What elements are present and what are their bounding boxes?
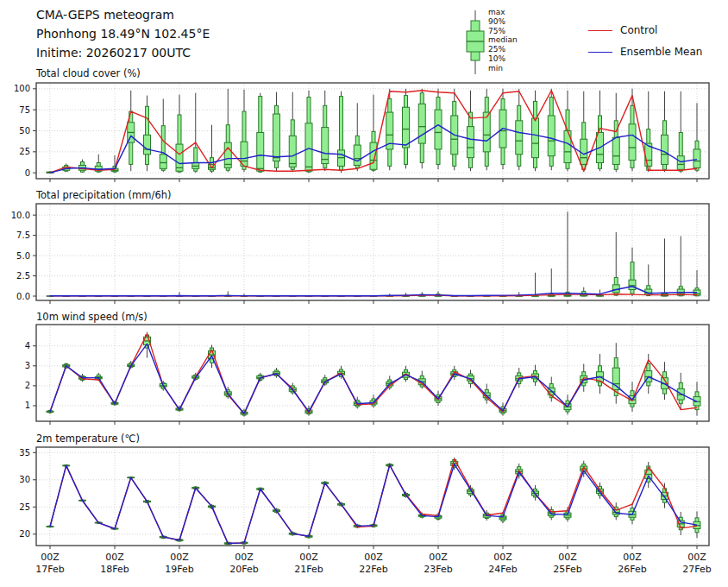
station-location: Phonhong 18.49°N 102.45°E: [36, 24, 210, 43]
legend-label-10: 10%: [488, 54, 518, 64]
legend-label-75: 75%: [488, 27, 518, 36]
svg-text:00Z: 00Z: [170, 552, 189, 563]
svg-text:21Feb: 21Feb: [294, 564, 323, 575]
svg-text:30: 30: [19, 475, 30, 484]
svg-text:00Z: 00Z: [41, 552, 60, 563]
svg-text:5.0: 5.0: [16, 251, 30, 261]
svg-text:19Feb: 19Feb: [165, 564, 193, 575]
svg-text:50: 50: [19, 126, 30, 136]
svg-text:25Feb: 25Feb: [553, 564, 581, 575]
svg-text:4: 4: [25, 341, 30, 350]
svg-text:22Feb: 22Feb: [359, 564, 387, 575]
meteogram-chart: 02550751000.02.55.07.510.012342025303500…: [0, 0, 728, 587]
legend-label-90: 90%: [488, 17, 518, 27]
svg-text:7.5: 7.5: [16, 230, 30, 240]
svg-text:25: 25: [19, 502, 30, 512]
svg-text:2.5: 2.5: [16, 271, 30, 281]
legend-row-control: Control: [588, 22, 702, 38]
svg-text:00Z: 00Z: [493, 552, 512, 563]
box-legend-labels: max 90% 75% median 25% 10% min: [488, 8, 518, 73]
line-legend: Control Ensemble Mean: [588, 22, 702, 66]
legend-label-25: 25%: [488, 45, 518, 54]
svg-text:1: 1: [25, 401, 30, 410]
svg-text:3: 3: [25, 361, 30, 370]
ensemble-mean-line-swatch: [588, 52, 612, 53]
svg-text:10.0: 10.0: [11, 211, 30, 220]
panel-cloud: 0255075100: [14, 83, 709, 182]
svg-text:26Feb: 26Feb: [618, 564, 646, 575]
control-legend-label: Control: [620, 24, 657, 36]
legend-label-median: median: [488, 35, 518, 45]
svg-text:2: 2: [25, 381, 30, 390]
panel-wind: 1234: [25, 325, 709, 425]
svg-text:27Feb: 27Feb: [682, 564, 711, 575]
svg-text:20Feb: 20Feb: [229, 564, 258, 575]
svg-text:25: 25: [19, 147, 30, 156]
svg-text:100: 100: [14, 84, 30, 93]
svg-text:00Z: 00Z: [105, 552, 124, 563]
init-time: Initime: 20260217 00UTC: [36, 43, 210, 62]
svg-text:00Z: 00Z: [429, 552, 448, 563]
meteogram-figure: 02550751000.02.55.07.510.012342025303500…: [0, 0, 728, 587]
svg-text:00Z: 00Z: [558, 552, 577, 563]
legend-row-ensemble-mean: Ensemble Mean: [588, 44, 702, 60]
svg-text:0.0: 0.0: [16, 292, 30, 301]
svg-text:00Z: 00Z: [299, 552, 318, 563]
figure-header: CMA-GEPS meteogram Phonhong 18.49°N 102.…: [36, 5, 210, 62]
svg-text:20: 20: [19, 529, 30, 539]
svg-text:23Feb: 23Feb: [424, 564, 452, 575]
svg-text:00Z: 00Z: [364, 552, 383, 563]
legend-label-max: max: [488, 8, 518, 17]
svg-text:00Z: 00Z: [687, 552, 706, 563]
svg-text:0: 0: [25, 168, 30, 178]
svg-text:18Feb: 18Feb: [100, 564, 129, 575]
panel-temp: 2025303500Z17Feb00Z18Feb00Z19Feb00Z20Feb…: [19, 447, 711, 575]
panel-title-cloud-cover: Total cloud cover (%): [36, 67, 141, 79]
svg-text:00Z: 00Z: [235, 552, 254, 563]
svg-text:00Z: 00Z: [623, 552, 642, 563]
svg-text:24Feb: 24Feb: [488, 564, 517, 575]
panel-title-temperature: 2m temperature (℃): [36, 432, 140, 445]
svg-text:75: 75: [19, 105, 30, 115]
ensemble-mean-legend-label: Ensemble Mean: [620, 46, 702, 58]
figure-title: CMA-GEPS meteogram: [36, 5, 210, 24]
panel-title-precipitation: Total precipitation (mm/6h): [36, 189, 171, 201]
svg-text:17Feb: 17Feb: [35, 564, 64, 575]
panel-precip: 0.02.55.07.510.0: [11, 204, 709, 304]
legend-label-min: min: [488, 64, 518, 73]
control-line-swatch: [588, 30, 612, 31]
svg-text:35: 35: [19, 448, 30, 458]
panel-title-wind-speed: 10m wind speed (m/s): [36, 311, 147, 323]
